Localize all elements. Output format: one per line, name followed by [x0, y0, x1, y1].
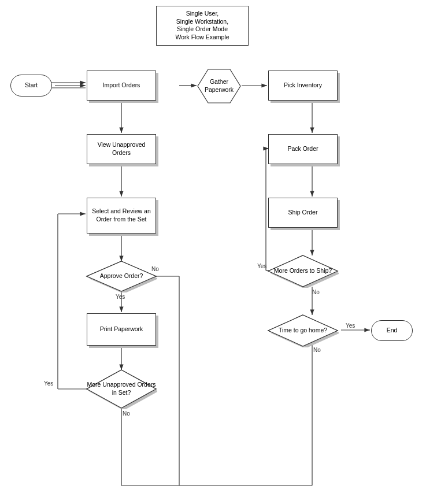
- ship-order-label: Ship Order: [288, 209, 318, 217]
- view-unapproved-label: View Unapproved Orders: [90, 141, 153, 157]
- print-paperwork-label: Print Paperwork: [100, 325, 143, 333]
- start-node: Start: [10, 75, 52, 97]
- more-orders-ship-node: More Orders to Ship?: [267, 254, 339, 288]
- more-unapproved-yes-label: Yes: [44, 380, 53, 387]
- select-review-label: Select and Review an Order from the Set: [90, 207, 153, 223]
- svg-marker-33: [87, 370, 156, 408]
- time-go-home-node: Time to go home?: [267, 314, 339, 347]
- view-unapproved-node: View Unapproved Orders: [87, 134, 156, 164]
- end-label: End: [387, 327, 398, 335]
- svg-marker-40: [268, 315, 338, 346]
- approve-order-node: Approve Order?: [86, 260, 157, 292]
- diagram-container: Single User,Single Workstation,Single Or…: [0, 0, 437, 504]
- pack-order-label: Pack Order: [287, 145, 318, 153]
- time-yes-label: Yes: [346, 323, 355, 329]
- pick-inventory-label: Pick Inventory: [284, 81, 322, 90]
- svg-marker-30: [87, 261, 156, 291]
- gather-paperwork-label: Gather Paperwork: [197, 78, 242, 94]
- more-unapproved-no-label: No: [123, 410, 130, 417]
- gather-paperwork-node: Gather Paperwork: [197, 68, 242, 104]
- title-text: Single User,Single Workstation,Single Or…: [175, 10, 229, 42]
- approve-no-label: No: [151, 266, 159, 272]
- print-paperwork-node: Print Paperwork: [87, 313, 156, 346]
- pack-order-node: Pack Order: [268, 134, 338, 164]
- select-review-node: Select and Review an Order from the Set: [87, 198, 156, 234]
- import-orders-node: Import Orders: [87, 71, 156, 101]
- import-orders-label: Import Orders: [103, 81, 140, 90]
- ship-order-node: Ship Order: [268, 198, 338, 228]
- pick-inventory-node: Pick Inventory: [268, 71, 338, 101]
- more-orders-no-label: No: [312, 289, 320, 295]
- start-label: Start: [25, 81, 38, 90]
- title-box: Single User,Single Workstation,Single Or…: [156, 6, 249, 46]
- more-unapproved-node: More Unapproved Orders in Set?: [86, 369, 157, 409]
- approve-yes-label: Yes: [116, 294, 125, 300]
- end-node: End: [371, 320, 413, 341]
- svg-marker-37: [268, 255, 338, 287]
- more-orders-yes-label: Yes: [257, 263, 266, 269]
- time-no-label: No: [313, 347, 321, 353]
